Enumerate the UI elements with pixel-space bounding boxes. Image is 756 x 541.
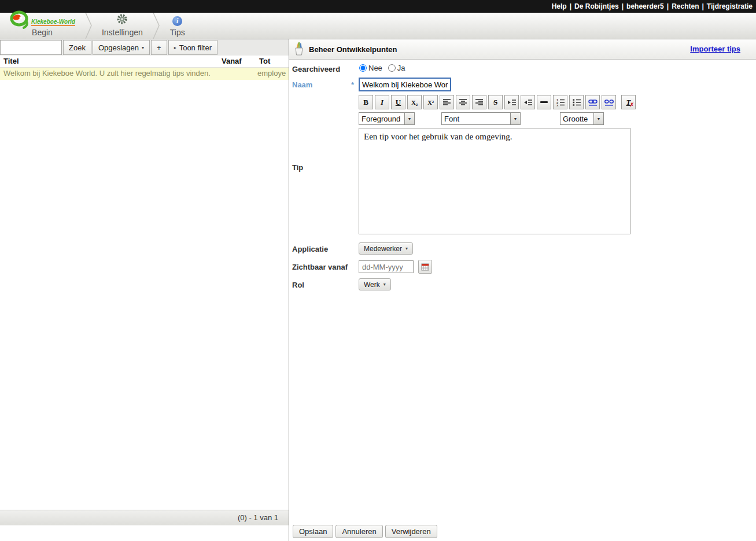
unordered-list-icon: [572, 98, 581, 106]
user-link[interactable]: beheerder5: [626, 2, 664, 10]
indent-button[interactable]: [504, 95, 519, 109]
column-header-titel[interactable]: Titel: [3, 57, 19, 65]
font-select[interactable]: Font ▼: [441, 112, 521, 125]
underline-button[interactable]: U: [391, 95, 405, 109]
column-header-tot[interactable]: Tot: [259, 57, 270, 65]
select-arrow-icon: ▼: [593, 113, 603, 124]
organisation-link[interactable]: De Robijntjes: [574, 2, 619, 10]
zoek-button[interactable]: Zoek: [63, 40, 91, 55]
align-left-button[interactable]: [440, 95, 454, 109]
applicatie-dropdown-button[interactable]: Medewerker ▾: [359, 242, 413, 255]
tip-content-editor[interactable]: Een tip voor het gebruik van de omgeving…: [359, 128, 630, 234]
zichtbaar-vanaf-label: Zichtbaar vanaf: [292, 263, 348, 271]
editor-toolbar: B I U X₂ X²: [359, 95, 632, 109]
tab-instellingen[interactable]: Instellingen: [93, 13, 152, 39]
radio-ja[interactable]: Ja: [388, 64, 405, 72]
opgeslagen-dropdown-button[interactable]: Opgeslagen ▾: [93, 40, 150, 55]
separator: |: [619, 2, 626, 10]
subscript-button[interactable]: X₂: [407, 95, 422, 109]
gear-icon: [116, 13, 128, 27]
dropdown-arrow-icon: ▾: [142, 45, 144, 50]
importeer-tips-link[interactable]: Importeer tips: [690, 45, 740, 53]
align-left-icon: [442, 98, 451, 106]
applicatie-label: Applicatie: [292, 245, 328, 253]
rechten-link[interactable]: Rechten: [672, 2, 699, 10]
rol-value: Werk: [364, 281, 380, 289]
tijdregistratie-link[interactable]: Tijdregistratie: [707, 2, 753, 10]
tab-separator: [152, 13, 160, 39]
toon-filter-button[interactable]: ▸ Toon filter: [168, 40, 217, 55]
insert-link-button[interactable]: [585, 95, 600, 109]
column-header-vanaf[interactable]: Vanaf: [222, 57, 242, 65]
horizontal-rule-icon: [540, 101, 548, 103]
superscript-button[interactable]: X²: [423, 95, 438, 109]
unordered-list-button[interactable]: [569, 95, 584, 109]
panel-title: Beheer Ontwikkelpunten: [309, 45, 397, 54]
main-area: Zoek Opgeslagen ▾ + ▸ Toon filter Titel …: [0, 39, 756, 541]
naam-input[interactable]: [359, 78, 451, 91]
logo-text: Kiekeboe-World: [31, 19, 75, 26]
applicatie-value: Medewerker: [364, 245, 402, 253]
opgeslagen-button-label: Opgeslagen: [98, 43, 139, 52]
outdent-icon: [523, 99, 533, 106]
remove-link-button[interactable]: [602, 95, 616, 109]
detail-panel: Beheer Ontwikkelpunten Importeer tips Ge…: [289, 39, 756, 541]
unlink-icon: [604, 98, 614, 106]
expand-arrow-icon: ▸: [174, 45, 176, 50]
dropdown-arrow-icon: ▾: [383, 282, 386, 287]
annuleren-button[interactable]: Annuleren: [335, 525, 382, 538]
bold-button[interactable]: B: [359, 95, 373, 109]
rich-text-editor: B I U X₂ X²: [359, 95, 632, 234]
verwijderen-button[interactable]: Verwijderen: [385, 525, 437, 538]
size-select[interactable]: Grootte ▼: [560, 112, 604, 125]
add-filter-button[interactable]: +: [151, 40, 167, 55]
outdent-button[interactable]: [521, 95, 535, 109]
required-marker: *: [351, 80, 354, 89]
svg-text:3: 3: [556, 104, 558, 106]
kiekeboe-logo-icon: [9, 10, 34, 30]
left-panel-bottom: [0, 525, 289, 541]
align-center-button[interactable]: [456, 95, 470, 109]
foreground-color-select[interactable]: Foreground ▼: [359, 112, 415, 125]
tab-begin[interactable]: Kiekeboe-World Begin: [0, 13, 84, 39]
calendar-button[interactable]: [418, 260, 432, 274]
select-arrow-icon: ▼: [404, 113, 414, 124]
gearchiveerd-label: Gearchiveerd: [292, 65, 340, 73]
size-select-label: Grootte: [560, 113, 593, 124]
horizontal-rule-button[interactable]: [537, 95, 551, 109]
italic-button[interactable]: I: [375, 95, 389, 109]
tab-tips[interactable]: i Tips: [160, 13, 195, 39]
rol-dropdown-button[interactable]: Werk ▾: [359, 278, 391, 290]
tab-instellingen-label: Instellingen: [102, 27, 143, 38]
kiekeboe-logo: Kiekeboe-World: [9, 12, 75, 27]
separator: |: [664, 2, 672, 10]
naam-label: Naam: [292, 80, 312, 89]
strikethrough-button[interactable]: S: [488, 95, 503, 109]
rol-label: Rol: [292, 281, 304, 289]
radio-nee[interactable]: Nee: [359, 64, 382, 72]
pagination-text: (0) - 1 van 1: [238, 513, 278, 522]
table-row[interactable]: Welkom bij Kiekeboe World. U zult hier r…: [0, 68, 289, 80]
font-select-label: Font: [442, 113, 510, 124]
zichtbaar-vanaf-input[interactable]: [359, 260, 414, 273]
tab-tips-label: Tips: [170, 27, 185, 38]
calendar-icon: [421, 263, 429, 271]
radio-ja-label: Ja: [397, 64, 405, 72]
indent-icon: [507, 99, 517, 106]
search-input[interactable]: [0, 40, 62, 55]
opslaan-button[interactable]: Opslaan: [293, 525, 333, 538]
ordered-list-button[interactable]: 1 2 3: [553, 95, 567, 109]
row-titel-cell: Welkom bij Kiekeboe World. U zult hier r…: [3, 69, 211, 78]
radio-nee-input[interactable]: [359, 64, 367, 72]
help-link[interactable]: Help: [552, 2, 567, 10]
align-right-button[interactable]: [472, 95, 486, 109]
radio-nee-label: Nee: [368, 64, 382, 72]
tip-label: Tip: [292, 163, 303, 172]
top-session-bar: Help | De Robijntjes | beheerder5 | Rech…: [0, 0, 756, 13]
remove-format-button[interactable]: T ✗: [621, 95, 636, 109]
ordered-list-icon: 1 2 3: [556, 98, 565, 106]
radio-ja-input[interactable]: [388, 64, 396, 72]
align-center-icon: [459, 98, 467, 106]
gearchiveerd-radio-group: Nee Ja: [359, 64, 405, 72]
table-header: Titel Vanaf Tot: [0, 56, 289, 68]
